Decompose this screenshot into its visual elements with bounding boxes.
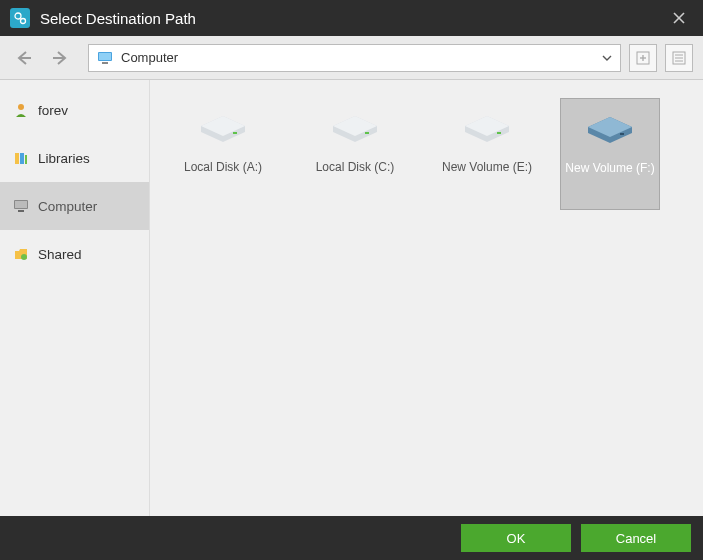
computer-icon — [12, 197, 30, 215]
drive-grid: Local Disk (A:) Local Disk (C:) New Volu… — [150, 80, 703, 516]
svg-rect-20 — [18, 210, 24, 212]
svg-point-21 — [21, 254, 27, 260]
sidebar-item-label: Libraries — [38, 151, 90, 166]
sidebar-item-computer[interactable]: Computer — [0, 182, 149, 230]
view-toggle-button[interactable] — [665, 44, 693, 72]
disk-icon — [195, 104, 251, 150]
svg-rect-17 — [25, 155, 27, 164]
sidebar-item-user[interactable]: forev — [0, 86, 149, 134]
svg-rect-25 — [620, 133, 624, 135]
disk-icon — [459, 104, 515, 150]
disk-icon — [327, 104, 383, 150]
toolbar: Computer — [0, 36, 703, 80]
drive-item[interactable]: New Volume (E:) — [428, 98, 546, 210]
drive-item-selected[interactable]: New Volume (F:) — [560, 98, 660, 210]
svg-rect-16 — [20, 153, 24, 164]
drive-label: New Volume (E:) — [442, 160, 532, 174]
user-icon — [12, 101, 30, 119]
list-view-icon — [672, 51, 686, 65]
body: forev Libraries Computer Shared Local — [0, 80, 703, 516]
drive-label: Local Disk (A:) — [184, 160, 262, 174]
svg-rect-6 — [102, 62, 108, 64]
close-button[interactable] — [665, 4, 693, 32]
path-label: Computer — [121, 50, 594, 65]
sidebar-item-libraries[interactable]: Libraries — [0, 134, 149, 182]
computer-icon — [97, 50, 113, 66]
footer: OK Cancel — [0, 516, 703, 560]
arrow-right-icon — [50, 48, 70, 68]
svg-point-14 — [18, 104, 24, 110]
disk-icon — [582, 105, 638, 151]
svg-rect-19 — [15, 201, 27, 208]
ok-button[interactable]: OK — [461, 524, 571, 552]
sidebar: forev Libraries Computer Shared — [0, 80, 150, 516]
drive-item[interactable]: Local Disk (C:) — [296, 98, 414, 210]
svg-point-1 — [21, 19, 26, 24]
arrow-left-icon — [14, 48, 34, 68]
back-button[interactable] — [10, 44, 38, 72]
app-icon — [10, 8, 30, 28]
sidebar-item-shared[interactable]: Shared — [0, 230, 149, 278]
cancel-button[interactable]: Cancel — [581, 524, 691, 552]
shared-icon — [12, 245, 30, 263]
svg-rect-23 — [365, 132, 369, 134]
window-title: Select Destination Path — [40, 10, 665, 27]
sidebar-item-label: forev — [38, 103, 68, 118]
svg-rect-15 — [15, 153, 19, 164]
drive-label: New Volume (F:) — [565, 161, 654, 175]
chevron-down-icon — [602, 49, 612, 67]
titlebar: Select Destination Path — [0, 0, 703, 36]
drive-label: Local Disk (C:) — [316, 160, 395, 174]
drive-item[interactable]: Local Disk (A:) — [164, 98, 282, 210]
svg-rect-5 — [99, 53, 111, 60]
svg-rect-24 — [497, 132, 501, 134]
forward-button[interactable] — [46, 44, 74, 72]
sidebar-item-label: Shared — [38, 247, 82, 262]
plus-icon — [636, 51, 650, 65]
sidebar-item-label: Computer — [38, 199, 97, 214]
close-icon — [672, 11, 686, 25]
new-folder-button[interactable] — [629, 44, 657, 72]
svg-point-0 — [15, 13, 21, 19]
svg-rect-22 — [233, 132, 237, 134]
libraries-icon — [12, 149, 30, 167]
path-dropdown[interactable]: Computer — [88, 44, 621, 72]
